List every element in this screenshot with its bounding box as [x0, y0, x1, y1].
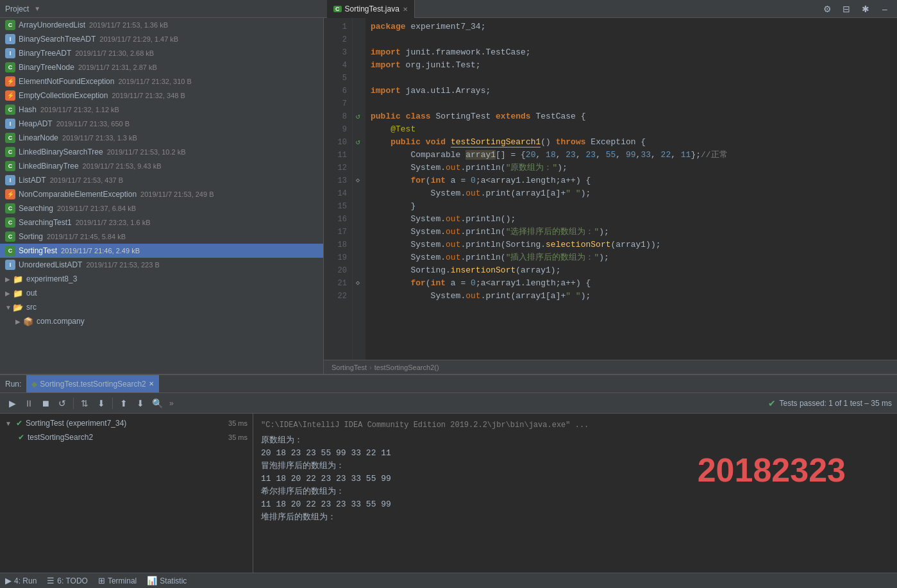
sidebar-item-binarysearchtreeadt[interactable]: I BinarySearchTreeADT 2019/11/7 21:29, 1…	[0, 32, 323, 46]
sidebar-item-searching[interactable]: C Searching 2019/11/7 21:37, 6.84 kB	[0, 201, 323, 215]
exception-icon: ⚡	[5, 76, 15, 87]
tab-sortingtest[interactable]: C SortingTest.java ✕	[327, 0, 415, 18]
main-area: C ArrayUnorderedList 2019/11/7 21:53, 1.…	[0, 18, 897, 374]
exception-icon: ⚡	[5, 189, 15, 199]
run-button[interactable]: ▶	[5, 396, 19, 410]
exception-icon: ⚡	[5, 90, 15, 101]
console-area: "C:\IDEA\IntelliJ IDEA Community Edition…	[253, 414, 897, 573]
collapse-button[interactable]: ⬇	[133, 396, 147, 410]
status-todo[interactable]: ☰ 6: TODO	[47, 576, 88, 585]
sort-button[interactable]: ⇅	[78, 396, 92, 410]
sidebar-item-linkedbinarysearchtree[interactable]: C LinkedBinarySearchTree 2019/11/7 21:53…	[0, 145, 323, 159]
code-line-8: public class SortingTest extends TestCas…	[371, 110, 892, 123]
folder-icon: 📂	[13, 303, 23, 312]
class-icon: C	[5, 105, 15, 115]
code-line-2	[371, 33, 892, 46]
search-button[interactable]: 🔍	[150, 396, 164, 410]
settings-icon[interactable]: ✱	[859, 2, 873, 16]
code-line-6: import java.util.Arrays;	[371, 85, 892, 97]
sidebar-item-searchingtest1[interactable]: C SearchingTest1 2019/11/7 23:23, 1.6 kB	[0, 215, 323, 230]
test-node-method[interactable]: ✔ testSortingSearch2 35 ms	[0, 430, 253, 444]
breadcrumb-class: SortingTest	[331, 364, 367, 371]
code-line-19: System.out.println("插入排序后的数组为：");	[371, 251, 892, 264]
sidebar-item-hash[interactable]: C Hash 2019/11/7 21:32, 1.12 kB	[0, 103, 323, 117]
pause-button[interactable]: ⏸	[22, 396, 36, 410]
code-content[interactable]: package experiment7_34; import junit.fra…	[365, 18, 897, 360]
status-terminal[interactable]: ⊞ Terminal	[98, 576, 137, 585]
output-line-6: 11 18 20 22 23 23 33 55 99	[261, 498, 889, 511]
run-tab[interactable]: ◆ SortingTest.testSortingSearch2 ✕	[26, 375, 158, 392]
statistic-icon: 📊	[147, 576, 157, 585]
code-line-9: @Test	[371, 123, 892, 136]
code-line-3: import junit.framework.TestCase;	[371, 46, 892, 59]
gear-icon[interactable]: ⚙	[820, 2, 834, 16]
test-time-label: 35 ms	[228, 419, 247, 427]
pass-icon: ✔	[768, 398, 776, 408]
split-icon[interactable]: ⊟	[839, 2, 853, 16]
code-editor[interactable]: 12345 678910 1112131415 1617181920 2122 …	[324, 18, 897, 360]
rerun-button[interactable]: ↺	[55, 396, 69, 410]
run-status-label: 4: Run	[14, 576, 37, 585]
sidebar-item-linkedbinarytree[interactable]: C LinkedBinaryTree 2019/11/7 21:53, 9.43…	[0, 159, 323, 173]
sidebar-item-sortingtest[interactable]: C SortingTest 2019/11/7 21:46, 2.49 kB	[0, 244, 323, 258]
project-label[interactable]: Project	[5, 4, 29, 13]
status-statistic[interactable]: 📊 Statistic	[147, 576, 187, 585]
sidebar-item-emptycollection[interactable]: ⚡ EmptyCollectionException 2019/11/7 21:…	[0, 88, 323, 103]
tab-close-icon[interactable]: ✕	[403, 6, 408, 13]
class-icon: C	[5, 203, 15, 214]
run-header: Run: ◆ SortingTest.testSortingSearch2 ✕	[0, 375, 897, 393]
code-line-16: System.out.println();	[371, 213, 892, 226]
sidebar-item-sorting[interactable]: C Sorting 2019/11/7 21:45, 5.84 kB	[0, 230, 323, 244]
run-content: ▼ ✔ SortingTest (experiment7_34) 35 ms ✔…	[0, 414, 897, 573]
folder-src[interactable]: ▼ 📂 src	[0, 300, 323, 314]
folder-out[interactable]: ▶ 📁 out	[0, 286, 323, 300]
sidebar-item-unorderedlistadt[interactable]: I UnorderedListADT 2019/11/7 21:53, 223 …	[0, 258, 323, 272]
test-class-label: SortingTest (experiment7_34)	[26, 419, 126, 428]
sidebar-item-listadt[interactable]: I ListADT 2019/11/7 21:53, 437 B	[0, 173, 323, 187]
code-line-18: System.out.println(Sorting.selectionSort…	[371, 239, 892, 251]
folder-icon: 📁	[13, 274, 23, 284]
sort-down-button[interactable]: ⬇	[94, 396, 108, 410]
code-line-11: Comparable array1[] = {20, 18, 23, 23, 5…	[371, 149, 892, 162]
editor-gutter: ↺ ↺ ◇ ◇	[353, 18, 365, 360]
class-icon: C	[5, 62, 15, 72]
folder-experiment8-3[interactable]: ▶ 📁 experiment8_3	[0, 272, 323, 286]
sidebar-item-noncomparable[interactable]: ⚡ NonComparableElementException 2019/11/…	[0, 187, 323, 201]
code-line-15: }	[371, 200, 892, 213]
collapse-arrow-icon: ▶	[5, 276, 13, 283]
code-line-1: package experiment7_34;	[371, 21, 892, 33]
code-line-7	[371, 97, 892, 110]
run-tab-close-icon[interactable]: ✕	[149, 380, 154, 387]
toolbar-separator	[112, 398, 113, 409]
expand-button[interactable]: ⬆	[117, 396, 131, 410]
todo-label: 6: TODO	[57, 576, 88, 585]
sidebar-item-binarytreeadt[interactable]: I BinaryTreeADT 2019/11/7 21:30, 2.68 kB	[0, 46, 323, 60]
folder-com-company[interactable]: ▶ 📦 com.company	[0, 314, 323, 328]
more-actions-icon[interactable]: »	[169, 399, 174, 408]
editor-area: 12345 678910 1112131415 1617181920 2122 …	[324, 18, 897, 374]
run-status-icon: ▶	[5, 576, 12, 585]
terminal-icon: ⊞	[98, 576, 105, 585]
interface-icon: I	[5, 175, 15, 185]
minimize-icon[interactable]: –	[878, 2, 892, 16]
code-line-4: import org.junit.Test;	[371, 59, 892, 72]
interface-icon: I	[5, 34, 15, 44]
top-bar: Project ▼ ⚙ ⊟ ✱ – C SortingTest.java ✕	[0, 0, 897, 18]
status-run[interactable]: ▶ 4: Run	[5, 576, 37, 585]
chevron-down-icon[interactable]: ▼	[34, 5, 40, 12]
collapse-arrow-icon: ▶	[15, 318, 23, 325]
sidebar-item-elementnotfound[interactable]: ⚡ ElementNotFoundException 2019/11/7 21:…	[0, 74, 323, 88]
class-icon: C	[5, 20, 15, 30]
sidebar-item-arrayunorderedlist[interactable]: C ArrayUnorderedList 2019/11/7 21:53, 1.…	[0, 18, 323, 32]
test-node-sortingtest[interactable]: ▼ ✔ SortingTest (experiment7_34) 35 ms	[0, 416, 253, 430]
sidebar-item-binarytreenode[interactable]: C BinaryTreeNode 2019/11/7 21:31, 2.87 k…	[0, 60, 323, 74]
code-line-22: System.out.print(array1[a]+" ");	[371, 290, 892, 303]
output-line-7: 堆排序后的数组为：	[261, 511, 889, 524]
bottom-panel: Run: ◆ SortingTest.testSortingSearch2 ✕ …	[0, 374, 897, 573]
code-line-13: for(int a = 0;a<array1.length;a++) {	[371, 174, 892, 187]
stop-button[interactable]: ⏹	[38, 396, 53, 410]
sidebar-item-linearnode[interactable]: C LinearNode 2019/11/7 21:33, 1.3 kB	[0, 131, 323, 145]
code-line-14: System.out.print(array1[a]+" ");	[371, 187, 892, 200]
interface-icon: I	[5, 119, 15, 129]
sidebar-item-heapadt[interactable]: I HeapADT 2019/11/7 21:33, 650 B	[0, 117, 323, 131]
